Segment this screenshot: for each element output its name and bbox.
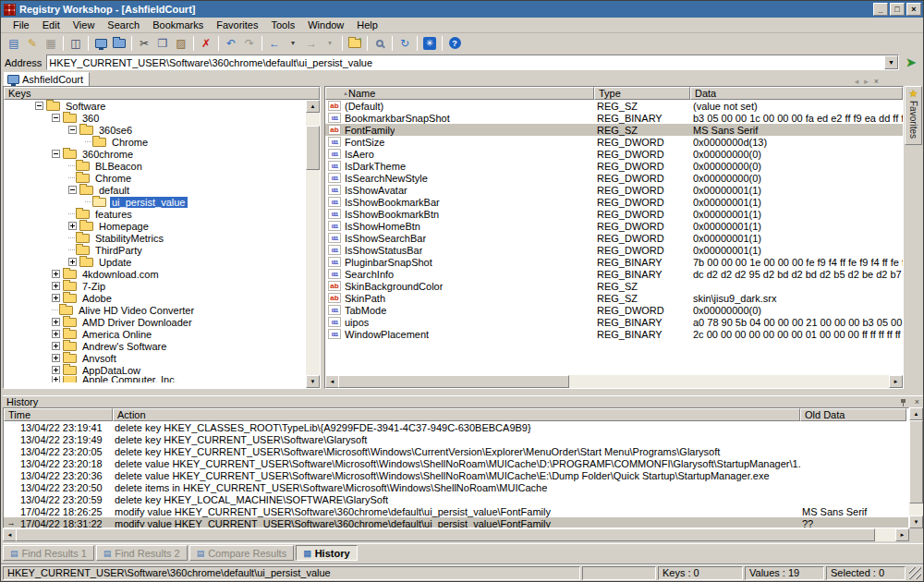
- name-column-header[interactable]: Name: [325, 87, 594, 100]
- tree-expander-icon[interactable]: [52, 342, 60, 350]
- tree-item-7-zip[interactable]: 7-Zip: [4, 280, 306, 292]
- value-row-pluginbarsnapshot[interactable]: PluginbarSnapShotREG_BINARY7b 00 00 00 1…: [325, 256, 903, 268]
- copy-icon[interactable]: ❐: [153, 35, 172, 52]
- tree-item-stabilitymetrics[interactable]: StabilityMetrics: [4, 232, 306, 244]
- action-column-header[interactable]: Action: [113, 408, 800, 421]
- tree-expander-icon[interactable]: [52, 354, 60, 362]
- tree-expander-icon[interactable]: [52, 294, 60, 302]
- history-close-icon[interactable]: ×: [915, 398, 919, 406]
- scroll-left-icon[interactable]: ◄: [325, 375, 339, 388]
- close-button[interactable]: ×: [906, 3, 921, 16]
- keys-column-header[interactable]: Keys: [4, 87, 320, 100]
- favorites-tab[interactable]: ★ Favorites: [905, 86, 922, 145]
- pin-icon[interactable]: [900, 398, 907, 406]
- tree-item-label[interactable]: 360: [80, 113, 101, 124]
- address-dropdown-button[interactable]: ▼: [884, 55, 898, 69]
- delete-icon[interactable]: ✗: [197, 35, 215, 52]
- history-row[interactable]: 13/04/22 23:20:36delete value HKEY_CURRE…: [4, 469, 908, 481]
- tree-item-andrew-s-software[interactable]: Andrew's Software: [4, 340, 306, 352]
- value-row-bookmarkbarsnapshot[interactable]: BookmarkbarSnapShotREG_BINARYb3 05 00 00…: [325, 112, 903, 124]
- scroll-up-icon[interactable]: ▲: [909, 407, 923, 420]
- go-arrow-button[interactable]: ➤: [903, 55, 919, 70]
- history-row[interactable]: 13/04/22 23:20:59delete key HKEY_LOCAL_M…: [4, 493, 908, 505]
- tree-item-alive-hd-video-converter[interactable]: Alive HD Video Converter: [4, 304, 306, 316]
- tab-compare-results[interactable]: ▤Compare Results: [189, 545, 295, 561]
- tree-item-360se6[interactable]: 360se6: [4, 124, 306, 136]
- tree-expander-icon[interactable]: [35, 102, 43, 110]
- scroll-right-icon[interactable]: ►: [895, 528, 909, 541]
- cut-icon[interactable]: ✂: [135, 35, 153, 52]
- parent-key-icon[interactable]: ↑: [346, 35, 364, 52]
- tree-item-label[interactable]: 4kdownload.com: [80, 269, 161, 280]
- menu-search[interactable]: Search: [101, 18, 146, 31]
- scrollbar-thumb[interactable]: [338, 375, 569, 388]
- tree-item-appdatalow[interactable]: AppDataLow: [4, 364, 306, 376]
- maximize-button[interactable]: □: [890, 3, 905, 16]
- history-vertical-scrollbar[interactable]: ▲ ▼: [909, 407, 923, 528]
- menu-file[interactable]: File: [6, 18, 36, 31]
- refresh-icon[interactable]: ↻: [395, 35, 414, 52]
- tree-item-anvsoft[interactable]: Anvsoft: [4, 352, 306, 364]
- tree-item-blbeacon[interactable]: BLBeacon: [4, 160, 306, 172]
- tree-expander-icon[interactable]: [52, 376, 60, 382]
- forward-icon[interactable]: →: [302, 35, 321, 52]
- scroll-down-icon[interactable]: ▼: [909, 515, 923, 528]
- tree-item-label[interactable]: Alive HD Video Converter: [77, 305, 196, 316]
- history-row[interactable]: 13/04/22 23:19:41delete key HKEY_CLASSES…: [4, 421, 908, 433]
- tree-expander-icon[interactable]: [52, 330, 60, 338]
- value-row-isshowsearchbar[interactable]: IsShowSearchBarREG_DWORD0x00000001(1): [325, 232, 903, 244]
- values-horizontal-scrollbar[interactable]: ◄ ►: [325, 375, 903, 388]
- help-icon[interactable]: ?: [445, 35, 464, 52]
- tab-close-icon[interactable]: ×: [871, 77, 881, 86]
- history-row[interactable]: 13/04/22 23:19:49delete key HKEY_CURRENT…: [4, 433, 908, 445]
- history-row[interactable]: 13/04/22 23:20:18delete value HKEY_CURRE…: [4, 457, 908, 469]
- forward-dropdown-icon[interactable]: ▾: [321, 35, 339, 52]
- undo-icon[interactable]: ↶: [222, 35, 240, 52]
- history-row[interactable]: 13/04/22 23:20:05delete key HKEY_CURRENT…: [4, 445, 908, 457]
- tree-item-label[interactable]: Chrome: [110, 137, 150, 148]
- olddata-column-header[interactable]: Old Data: [800, 408, 906, 421]
- tree-item-label[interactable]: 360se6: [97, 125, 134, 136]
- menu-bookmarks[interactable]: Bookmarks: [146, 18, 210, 31]
- tree-item-chrome[interactable]: Chrome: [4, 136, 306, 148]
- tree-item-thirdparty[interactable]: ThirdParty: [4, 244, 306, 256]
- tree-item-label[interactable]: Adobe: [80, 293, 114, 304]
- tree-item-label[interactable]: ui_persist_value: [110, 197, 188, 208]
- tree-item-360chrome[interactable]: 360chrome: [4, 148, 306, 160]
- tab-history[interactable]: ▤History: [296, 545, 357, 561]
- tree-item-label[interactable]: Anvsoft: [80, 353, 118, 364]
- tree-item-label[interactable]: 360chrome: [80, 149, 135, 160]
- tree-vertical-scrollbar[interactable]: ▲ ▼: [306, 100, 320, 388]
- tree-item-label[interactable]: Chrome: [93, 173, 133, 184]
- scroll-left-icon[interactable]: ◄: [3, 528, 17, 541]
- tree-item-amd-driver-downloader[interactable]: AMD Driver Downloader: [4, 316, 306, 328]
- scroll-up-icon[interactable]: ▲: [306, 100, 320, 113]
- edit-value-icon[interactable]: ✎: [23, 35, 42, 52]
- value-row-default[interactable]: (Default)REG_SZ(value not set): [325, 100, 903, 112]
- tree-expander-icon[interactable]: [52, 282, 60, 290]
- back-icon[interactable]: ←: [265, 35, 284, 52]
- tree-item-label[interactable]: ThirdParty: [93, 245, 144, 256]
- type-column-header[interactable]: Type: [594, 87, 690, 100]
- search-icon[interactable]: [371, 35, 389, 52]
- value-row-isshowhomebtn[interactable]: IsShowHomeBtnREG_DWORD0x00000001(1): [325, 220, 903, 232]
- data-column-header[interactable]: Data: [690, 87, 903, 100]
- tree-item-4kdownload-com[interactable]: 4kdownload.com: [4, 268, 306, 280]
- value-row-skinpath[interactable]: SkinPathREG_SZskin\jisu9_dark.srx: [325, 292, 903, 304]
- tab-find-results-1[interactable]: ▤Find Results 1: [3, 545, 94, 561]
- tree-item-label[interactable]: AppDataLow: [80, 365, 142, 376]
- export-icon[interactable]: ◫: [67, 35, 85, 52]
- tree-expander-icon[interactable]: [52, 366, 60, 374]
- tab-scroll-left-icon[interactable]: ◂: [852, 77, 862, 86]
- menu-help[interactable]: Help: [350, 18, 384, 31]
- value-row-isshowbookmarkbar[interactable]: IsShowBookmarkBarREG_DWORD0x00000001(1): [325, 196, 903, 208]
- tree-item-features[interactable]: features: [4, 208, 306, 220]
- tree-item-update[interactable]: Update: [4, 256, 306, 268]
- scroll-right-icon[interactable]: ►: [889, 375, 903, 388]
- tree-expander-icon[interactable]: [52, 150, 60, 158]
- value-row-skinbackgroundcolor[interactable]: SkinBackgroundColorREG_SZ: [325, 280, 903, 292]
- tree-item-label[interactable]: Apple Computer, Inc.: [80, 376, 179, 382]
- history-row[interactable]: 17/04/22 18:26:25modify value HKEY_CURRE…: [4, 505, 908, 517]
- tree-item-label[interactable]: StabilityMetrics: [93, 233, 165, 244]
- value-row-isshowbookmarkbtn[interactable]: IsShowBookmarkBtnREG_DWORD0x00000001(1): [325, 208, 903, 220]
